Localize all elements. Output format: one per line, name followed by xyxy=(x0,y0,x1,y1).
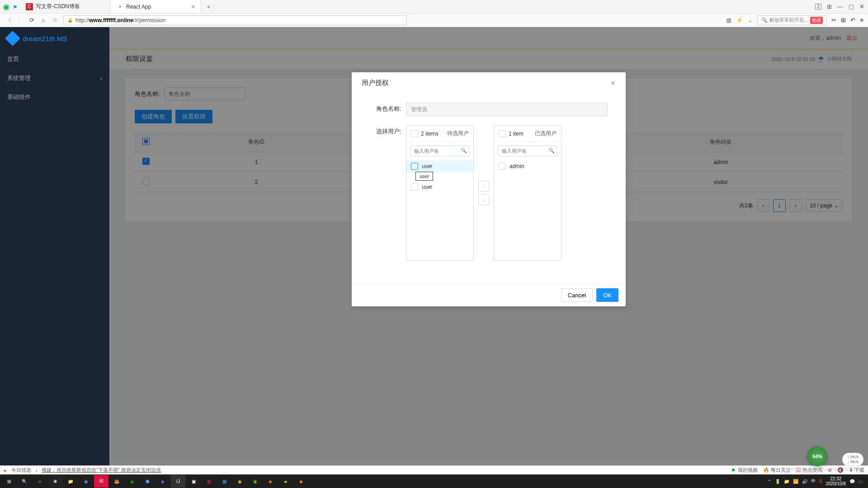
home-icon[interactable]: ⌂ xyxy=(40,17,47,24)
new-tab-button[interactable]: ＋ xyxy=(201,3,216,11)
item-label: admin xyxy=(509,163,524,169)
taskbar-app-icon[interactable]: ❋ xyxy=(48,475,62,488)
tray-chevron-icon[interactable]: ⌃ xyxy=(768,479,771,484)
intellij-icon[interactable]: IJ xyxy=(171,475,185,488)
taskbar-app-icon[interactable]: 词 xyxy=(94,475,108,488)
system-tray: ⌃ 🔋 📁 📶 🔊 中 S 22:32 2020/10/8 💬 ▭ xyxy=(768,476,866,486)
flash-icon[interactable]: ⚡ xyxy=(736,17,743,23)
menu-icon[interactable]: ≡ xyxy=(860,17,863,23)
role-name-value: 管理员 xyxy=(406,103,608,116)
item-checkbox[interactable] xyxy=(499,163,506,170)
explorer-icon[interactable]: 📁 xyxy=(63,475,78,488)
modal-overlay[interactable]: 用户授权 ✕ 角色名称 管理员 选择用户 xyxy=(109,27,868,465)
tray-icon[interactable]: ▭ xyxy=(859,479,863,484)
item-checkbox[interactable] xyxy=(411,183,418,191)
taskbar-app-icon[interactable]: ◉ xyxy=(248,475,262,488)
browser-search[interactable]: 🔍 解放军军机罕见... 热搜 xyxy=(757,15,827,25)
item-label: user xyxy=(422,184,432,190)
chevron-left-icon[interactable]: ‹ xyxy=(36,468,38,473)
tray-icon[interactable]: S xyxy=(819,479,822,484)
search-placeholder: 解放军军机罕见... xyxy=(769,17,808,23)
forward-icon[interactable]: 〉 xyxy=(16,17,24,24)
source-title: 待选用户 xyxy=(447,130,469,137)
back-icon[interactable]: 〈 xyxy=(5,17,12,24)
transfer-item-admin[interactable]: admin xyxy=(494,160,561,173)
taskbar-app-icon[interactable]: ◆ xyxy=(294,475,308,488)
target-count: 1 item xyxy=(509,131,524,137)
transfer-item-user[interactable]: user user xyxy=(406,160,473,173)
browser-tab-react[interactable]: ⚛ React App ✕ xyxy=(111,0,201,13)
taskbar-app-icon[interactable]: ◉ xyxy=(232,475,247,488)
window-maximize-icon[interactable]: ▢ xyxy=(849,3,854,10)
ok-button[interactable]: OK xyxy=(596,288,618,302)
notification-icon[interactable]: 💬 xyxy=(849,479,855,484)
window-close-icon[interactable]: ✕ xyxy=(859,3,864,10)
transfer-item-user[interactable]: user xyxy=(406,181,473,193)
taskbar-app-icon[interactable]: ▦ xyxy=(202,475,216,488)
taskbar-app-icon[interactable]: ⬢ xyxy=(140,475,155,488)
taskbar-app-icon[interactable]: ▦ xyxy=(217,475,231,488)
close-icon[interactable]: ✕ xyxy=(191,4,195,10)
sidebar-item-label: 基础组件 xyxy=(7,93,31,101)
modal-close-icon[interactable]: ✕ xyxy=(610,80,616,87)
chevron-right-icon: › xyxy=(100,75,102,82)
star-icon[interactable]: ☆ xyxy=(52,17,59,24)
sidebar-item-system[interactable]: 系统管理› xyxy=(0,69,109,88)
cancel-button[interactable]: Cancel xyxy=(561,288,593,302)
taskbar-app-icon[interactable]: ◆ xyxy=(263,475,278,488)
lock-icon: 🔒 xyxy=(67,18,73,23)
float-speed-badge[interactable]: ↑ 0K/s ↓ 0K/s xyxy=(842,453,863,466)
float-percentage-badge[interactable]: 54% xyxy=(807,446,827,466)
sidebar-item-components[interactable]: 基础组件 xyxy=(0,88,109,107)
ime-icon[interactable]: 中 xyxy=(811,478,816,484)
brand-logo-icon xyxy=(5,31,20,46)
item-checkbox[interactable] xyxy=(411,163,418,170)
tray-icon[interactable]: 🔋 xyxy=(775,479,780,484)
tray-icon[interactable]: 📁 xyxy=(784,479,789,484)
window-minimize-icon[interactable]: — xyxy=(837,3,843,10)
search-button[interactable]: 🔍 xyxy=(17,475,32,488)
browser-tab-csdn[interactable]: C 写文章-CSDN博客 xyxy=(20,0,111,13)
transfer-right-button[interactable]: › xyxy=(478,181,489,192)
taskbar-app-icon[interactable]: ▰ xyxy=(278,475,293,488)
qr-icon[interactable]: ▦ xyxy=(726,17,731,23)
tab-title: 写文章-CSDN博客 xyxy=(36,3,80,10)
undo-icon[interactable]: ↶ xyxy=(850,17,855,23)
taskbar-app-icon[interactable]: ◆ xyxy=(156,475,170,488)
sidebar-item-label: 首页 xyxy=(7,55,19,63)
transfer-left-button[interactable]: ‹ xyxy=(478,194,489,205)
taskbar-app-icon[interactable]: ▣ xyxy=(186,475,201,488)
tab-title: React App xyxy=(126,4,151,10)
wifi-icon[interactable]: 📶 xyxy=(793,479,798,484)
browser-icon[interactable]: ◉ xyxy=(125,475,139,488)
source-select-all-checkbox[interactable] xyxy=(411,130,418,137)
react-icon: ⚛ xyxy=(116,3,123,10)
telegram-icon[interactable]: ➤ xyxy=(13,3,18,10)
sidebar-brand[interactable]: dream21th MS xyxy=(0,27,109,50)
news-headline[interactable]: 俄媒：吉尔吉斯斯坦总统"下落不明" 政府决定关闭边境 xyxy=(42,467,161,474)
cortana-button[interactable]: ○ xyxy=(33,475,47,488)
transfer-target-panel: 1 item 已选用户 🔍 ad xyxy=(494,125,561,261)
chevron-down-icon[interactable]: ⌄ xyxy=(748,17,753,23)
search-icon: 🔍 xyxy=(548,148,555,154)
source-count: 2 items xyxy=(421,131,439,137)
extension-icon[interactable]: ⊞ xyxy=(827,3,832,10)
start-button[interactable]: ⊞ xyxy=(2,475,16,488)
volume-icon[interactable]: 🔊 xyxy=(802,479,807,484)
url-bar[interactable]: 🔒 http://www.fffffff.online/#/permission xyxy=(63,15,407,25)
tray-clock[interactable]: 22:32 2020/10/8 xyxy=(826,476,846,486)
tab-count-badge[interactable]: 2 xyxy=(815,4,821,9)
browser-tab-bar: ◉ ➤ C 写文章-CSDN博客 ⚛ React App ✕ ＋ 2 ⊞ — ▢… xyxy=(0,0,868,14)
sidebar-item-home[interactable]: 首页 xyxy=(0,50,109,69)
browser-status-bar: ● 今日优选 ‹ 俄媒：吉尔吉斯斯坦总统"下落不明" 政府决定关闭边境 ▶ 我的… xyxy=(0,465,868,474)
follow-link[interactable]: 🔥 每日关注 xyxy=(763,467,791,474)
transfer-source-panel: 2 items 待选用户 🔍 u xyxy=(406,125,474,261)
firefox-icon[interactable]: 🦊 xyxy=(109,475,124,488)
reload-icon[interactable]: ⟳ xyxy=(28,17,35,24)
today-picks[interactable]: 今日优选 xyxy=(11,467,31,474)
grid-icon[interactable]: ⊞ xyxy=(841,17,846,23)
target-select-all-checkbox[interactable] xyxy=(499,130,506,137)
video-link[interactable]: ▶ 我的视频 xyxy=(731,467,758,474)
scissors-icon[interactable]: ✂ xyxy=(831,17,836,23)
taskbar-app-icon[interactable]: ◉ xyxy=(79,475,93,488)
